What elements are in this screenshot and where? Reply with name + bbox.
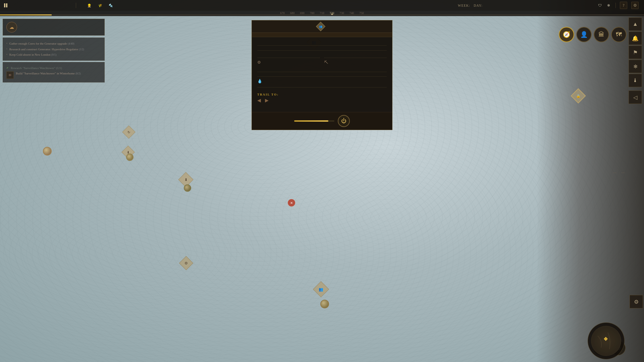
settlement-header-inner: 👥	[319, 25, 322, 28]
toxicity-icon: ☁	[6, 22, 17, 33]
shipping-destination-row: ◀ ▶	[257, 98, 387, 103]
snowflake-icon: ❄	[607, 3, 610, 8]
quest-salvage-item-1: • Gather enough Cores for the Generator …	[6, 42, 101, 46]
quest-salvage-item-3: • Keep Cold absent in New London (0/1)	[6, 53, 101, 57]
marker-ruins-right[interactable]: 🔒	[573, 90, 584, 101]
steam-resource: 🔩	[108, 3, 114, 8]
deposit-title	[324, 57, 387, 58]
settlement-stats: ⚙ ⛏	[257, 54, 387, 68]
marker-mid-1[interactable]: ⬇	[180, 174, 191, 185]
output-droplet-icon: 💧	[257, 79, 262, 84]
people-map-icon: 👥	[319, 287, 323, 292]
marker-4-icon: ⬇	[184, 178, 187, 182]
top-bar: 👷 🌾 🔩 WEEK: DAY: 🛡 ❄ ? ⚙	[0, 0, 644, 11]
shipping-arrow-left[interactable]: ◀	[257, 98, 261, 103]
quest-bullet-3: •	[6, 53, 7, 56]
map-ctrl-4[interactable]: ❄	[629, 60, 642, 73]
quest-salvage-section: • Gather enough Cores for the Generator …	[3, 38, 105, 61]
requirements-title	[257, 57, 320, 58]
toxicity-content	[20, 22, 101, 23]
marker-left-1[interactable]: ↻	[124, 127, 133, 137]
gear-map-icon: ⚙	[184, 261, 188, 265]
mini-map[interactable]	[588, 322, 625, 359]
quest-text-1: Gather enough Cores for the Generator up…	[9, 42, 74, 46]
steam-icon: 🔩	[108, 3, 113, 8]
settlement-popup: 👥 ⚙ ⛏	[252, 20, 392, 130]
top-resources: 👷 🌾 🔩	[80, 3, 342, 8]
quest-peace-item-1: ✓ Research "Surveillance Watchtower" (1/…	[6, 66, 101, 70]
action-btn-compass[interactable]: 🧭	[559, 27, 574, 42]
divider-1	[257, 45, 387, 46]
map-ctrl-3[interactable]: ⚑	[629, 46, 642, 59]
divider-4	[257, 87, 387, 87]
shipping-section: TRAIL TO: ◀ ▶	[257, 91, 387, 103]
settlement-body: ⚙ ⛏ 💧	[252, 37, 392, 112]
quest-peace-text-2: Build "Surveillance Watchtower" in Winte…	[16, 71, 81, 76]
workers-req-icon: ⚙	[257, 60, 261, 65]
quest-bullet-2: •	[6, 48, 7, 51]
action-btn-map-view[interactable]: 🗺	[611, 27, 627, 42]
requirements-group: ⚙	[257, 54, 320, 68]
quest-bullet-1: •	[6, 42, 7, 45]
shipping-arrow-right[interactable]: ▶	[265, 98, 269, 103]
coal-icon: ⛏	[324, 60, 328, 65]
quest-count-3: (0/1)	[51, 53, 57, 56]
shipping-label-row: TRAIL TO:	[257, 91, 387, 97]
snowflake-resource: ❄	[607, 3, 611, 8]
right-panel: ▲ 🔔 ⚑ ❄ 🌡 ◁	[627, 16, 644, 104]
pause-button[interactable]	[3, 3, 9, 8]
marker-bottom-gear[interactable]: ⚙	[181, 258, 191, 268]
settings-button[interactable]: ⚙	[631, 2, 639, 9]
map-settings-button[interactable]: ⚙	[630, 295, 643, 308]
food-resource: 🌾	[98, 3, 104, 8]
deposit-group: ⛏	[324, 54, 387, 68]
quest-peace-text-1: Research "Surveillance Watchtower" (1/1)	[11, 66, 62, 70]
map-ctrl-2[interactable]: 🔔	[629, 32, 642, 45]
workers-icon: 👷	[87, 3, 92, 8]
pause-bar-2	[6, 3, 7, 7]
svg-point-0	[591, 326, 621, 356]
activate-progress-fill	[294, 120, 328, 122]
week-progress-track	[0, 14, 644, 15]
settlement-title-bar	[252, 33, 392, 37]
mini-map-inner	[591, 326, 621, 356]
help-button[interactable]: ?	[620, 2, 627, 9]
requirements-workers-row: ⚙	[257, 60, 320, 65]
action-btn-building[interactable]: 🏛	[594, 27, 609, 42]
winterhome-dash-left: —	[613, 170, 617, 174]
close-marker[interactable]: ✕	[288, 199, 295, 206]
settlement-header-icon: 👥	[316, 22, 325, 31]
map-gear-icon[interactable]: ⚙	[630, 295, 643, 308]
map-ctrl-1[interactable]: ▲	[629, 17, 642, 31]
output-title	[257, 75, 387, 77]
quest-text-3: Keep Cold absent in New London (0/1)	[9, 53, 57, 57]
activate-power-button[interactable]: ⏻	[338, 115, 350, 127]
quest-count-peace-2: (0/2)	[75, 72, 81, 75]
lock-map-icon: 🔒	[576, 94, 580, 98]
sphere-marker-1[interactable]	[43, 147, 52, 156]
mini-map-svg	[591, 326, 621, 356]
marker-bottom-people[interactable]: 👥	[315, 284, 327, 295]
separator-1	[76, 3, 76, 8]
map-ctrl-expand[interactable]: ◁	[629, 90, 642, 104]
diamond-marker-people: 👥	[313, 281, 329, 297]
winterhome-dash-right: —	[621, 170, 626, 174]
quest-peace-item-2: 👁 Build "Surveillance Watchtower" in Win…	[6, 71, 101, 79]
map-ctrl-5[interactable]: 🌡	[629, 74, 642, 87]
quest-count-2: (1/2)	[79, 48, 84, 51]
diamond-marker-gear: ⚙	[179, 256, 193, 270]
shipping-trail-label: TRAIL TO:	[257, 93, 279, 96]
sphere-marker-3[interactable]	[184, 184, 191, 192]
settlement-header: 👥	[252, 20, 392, 33]
week-progress-fill	[0, 14, 52, 15]
activate-bar: ⏻	[252, 112, 392, 130]
quest-check-1: ✓	[6, 66, 9, 69]
watchtower-icon: 👁	[6, 71, 14, 79]
sphere-marker-2[interactable]	[126, 154, 133, 161]
week-label: WEEK: DAY:	[458, 4, 483, 7]
action-btn-person[interactable]: 👤	[576, 27, 592, 42]
toxicity-panel: ☁	[3, 19, 105, 36]
sphere-marker-bottom[interactable]	[320, 300, 329, 308]
pause-bar-1	[4, 3, 5, 7]
marker-2-icon: ↻	[127, 130, 130, 134]
